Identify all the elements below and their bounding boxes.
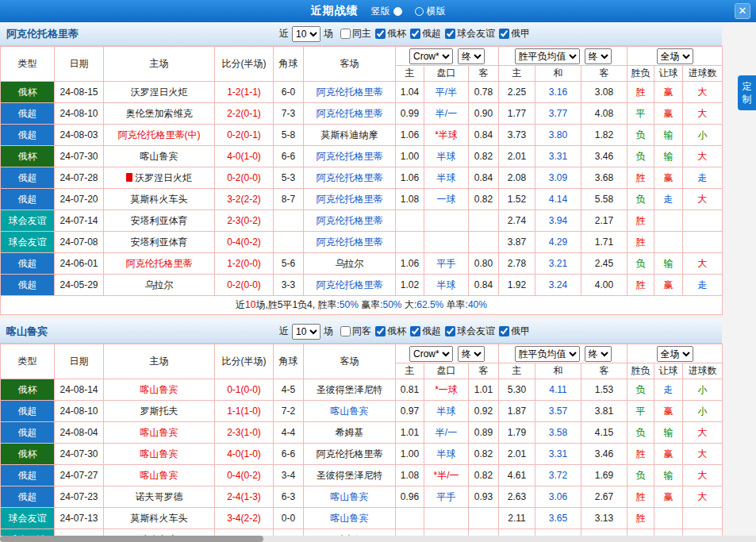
home-team-link[interactable]: 沃罗涅日火炬: [104, 167, 215, 189]
avg-draw-odds: 3.65: [535, 508, 581, 529]
filter-checkbox-russian-first[interactable]: 俄甲: [499, 27, 530, 40]
home-team-link[interactable]: 莫斯科火车头: [104, 508, 215, 529]
away-odds: [469, 508, 499, 529]
avg-draw-odds: 3.57: [535, 401, 581, 422]
away-team-link[interactable]: 喀山鲁宾: [304, 486, 396, 508]
avg-draw-odds: 4.14: [535, 189, 581, 210]
col-handicap: 盘口: [424, 66, 469, 82]
home-team-link[interactable]: 诺夫哥罗德: [104, 486, 215, 508]
away-team-link[interactable]: 阿克伦托格里蒂: [304, 167, 396, 189]
home-team-link[interactable]: 沃罗涅日火炬: [104, 82, 215, 103]
filter-checkbox-club-friendly[interactable]: 球会友谊: [445, 27, 495, 40]
away-team-link[interactable]: 莫斯科迪纳摩: [304, 125, 396, 146]
avg-odds-select[interactable]: 胜平负均值: [515, 48, 580, 64]
match-type-badge: 球会友谊: [1, 508, 55, 529]
away-team-link[interactable]: 阿克伦托格里蒂: [304, 444, 396, 465]
home-team-link[interactable]: 喀山鲁宾: [104, 379, 215, 401]
checkbox-input[interactable]: [375, 326, 386, 336]
checkbox-input[interactable]: [340, 29, 351, 39]
away-team-link[interactable]: 圣彼得堡泽尼特: [304, 465, 396, 486]
filter-checkbox-club-friendly[interactable]: 球会友谊: [445, 325, 495, 338]
summary-segment: 50%: [340, 299, 359, 310]
scope-select[interactable]: 全场: [657, 346, 693, 362]
filter-checkbox-russian-super[interactable]: 俄超: [410, 27, 441, 40]
avg-final-select[interactable]: 终: [585, 346, 612, 362]
goals-result: [683, 210, 723, 232]
layout-radio-vertical[interactable]: 竖版: [371, 5, 402, 18]
home-team-link[interactable]: 喀山鲁宾: [104, 422, 215, 444]
checkbox-input[interactable]: [375, 29, 386, 39]
away-team-link[interactable]: 希姆基: [304, 422, 396, 444]
home-team-link[interactable]: 莫斯科火车头: [104, 189, 215, 210]
home-team-link[interactable]: 阿克伦托格里蒂(中): [104, 125, 215, 146]
away-team-link[interactable]: 阿克伦托格里蒂: [304, 146, 396, 167]
wdl-result: 胜: [627, 486, 654, 508]
handicap-line: 半球: [424, 401, 469, 422]
checkbox-input[interactable]: [445, 326, 455, 336]
wdl-result: 负: [627, 379, 654, 401]
home-team-link[interactable]: 喀山鲁宾: [104, 465, 215, 486]
recent-count-select[interactable]: 10: [292, 324, 320, 340]
col-corner: 角球: [274, 47, 304, 82]
checkbox-input[interactable]: [410, 326, 420, 336]
avg-draw-odds: 3.80: [535, 125, 581, 146]
odds-source-select[interactable]: Crow*: [409, 346, 453, 362]
away-team-link[interactable]: 圣彼得堡泽尼特: [304, 379, 396, 401]
away-team-link[interactable]: 喀山鲁宾: [304, 401, 396, 422]
corner-count: [274, 210, 304, 232]
away-team-link[interactable]: 阿克伦托格里蒂: [304, 82, 396, 103]
near-label: 近: [279, 27, 289, 40]
checkbox-input[interactable]: [499, 29, 509, 39]
away-team-link[interactable]: 乌拉尔: [304, 253, 396, 275]
home-team-link[interactable]: 喀山鲁宾: [104, 444, 215, 465]
layout-radio-horizontal[interactable]: 横版: [415, 5, 446, 18]
home-team-link[interactable]: 安塔利亚体育: [104, 210, 215, 232]
match-type-badge: 俄超: [1, 275, 55, 296]
radio-selected-icon: [393, 7, 402, 16]
filter-checkbox-same-home[interactable]: 同主: [340, 27, 371, 40]
checkbox-input[interactable]: [499, 326, 509, 336]
col-date: 日期: [55, 47, 104, 82]
away-team-link[interactable]: 阿克伦托格里蒂: [304, 189, 396, 210]
away-team-link[interactable]: 阿克伦托格里蒂: [304, 275, 396, 296]
goals-result: 大: [683, 444, 723, 465]
col-date: 日期: [55, 344, 104, 379]
filter-checkbox-russian-cup[interactable]: 俄杯: [375, 27, 406, 40]
scrollbar-thumb[interactable]: [0, 536, 263, 542]
horizontal-scrollbar[interactable]: [0, 536, 756, 542]
avg-final-select[interactable]: 终: [585, 48, 612, 64]
close-icon[interactable]: ✕: [735, 3, 750, 19]
recent-count-select[interactable]: 10: [292, 26, 320, 42]
home-team-link[interactable]: 乌拉尔: [104, 275, 215, 296]
home-team-link[interactable]: 奥伦堡加索维克: [104, 103, 215, 125]
home-team-link[interactable]: 安塔利亚体育: [104, 232, 215, 253]
away-team-link[interactable]: 阿克伦托格里蒂: [304, 103, 396, 125]
home-team-link[interactable]: 喀山鲁宾: [104, 146, 215, 167]
odds-source-select[interactable]: Crow*: [409, 48, 453, 64]
checkbox-input[interactable]: [445, 29, 455, 39]
home-team-link[interactable]: 阿克伦托格里蒂: [104, 253, 215, 275]
odds-final-select[interactable]: 终: [458, 346, 485, 362]
away-team-link[interactable]: 喀山鲁宾: [304, 508, 396, 529]
checkbox-label: 俄甲: [511, 27, 530, 40]
home-team-link[interactable]: 罗斯托夫: [104, 401, 215, 422]
checkbox-input[interactable]: [410, 29, 420, 39]
filter-checkbox-russian-cup[interactable]: 俄杯: [375, 325, 406, 338]
handicap-line: [424, 508, 469, 529]
avg-home-odds: 1.92: [499, 275, 535, 296]
checkbox-input[interactable]: [340, 326, 351, 336]
filter-bar: 近 10 场 同主俄杯俄超球会友谊俄甲: [279, 26, 530, 42]
avg-odds-select[interactable]: 胜平负均值: [515, 346, 580, 362]
away-team-link[interactable]: 阿克伦托格里蒂: [304, 232, 396, 253]
goals-result: 大: [683, 486, 723, 508]
customize-tab[interactable]: 定制: [738, 75, 756, 110]
filter-checkbox-russian-super[interactable]: 俄超: [410, 325, 441, 338]
filter-checkbox-russian-first[interactable]: 俄甲: [499, 325, 530, 338]
avg-away-odds: 2.17: [581, 210, 627, 232]
filter-checkbox-same-away[interactable]: 同客: [340, 325, 371, 338]
scope-select[interactable]: 全场: [657, 48, 693, 64]
away-team-link[interactable]: 阿克伦托格里蒂: [304, 210, 396, 232]
odds-final-select[interactable]: 终: [458, 48, 485, 64]
summary-segment: 大:: [402, 299, 417, 310]
avg-home-odds: 1.87: [499, 401, 535, 422]
